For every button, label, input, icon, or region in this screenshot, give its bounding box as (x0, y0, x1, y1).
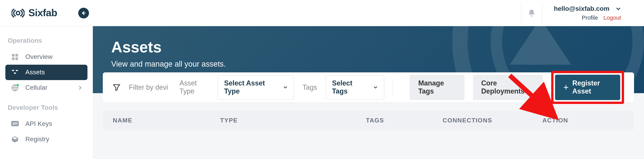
col-name: NAME (113, 117, 220, 124)
svg-rect-3 (15, 54, 18, 57)
filter-input[interactable] (129, 83, 171, 92)
sidebar-item-label: Cellular (25, 84, 47, 92)
svg-rect-4 (12, 57, 14, 60)
notifications-button[interactable] (521, 2, 542, 24)
logout-link[interactable]: Logout (603, 14, 621, 21)
globe-icon (11, 84, 19, 92)
manage-tags-button[interactable]: Manage Tags (410, 75, 464, 100)
col-connections: CONNECTIONS (443, 117, 542, 124)
profile-link[interactable]: Profile (582, 14, 598, 21)
back-button[interactable] (78, 8, 89, 18)
toolbar: Asset Type Select Asset Type Tags Select… (103, 72, 634, 102)
col-type: TYPE (220, 117, 366, 124)
sidebar-item-label: Registry (25, 135, 49, 143)
logo-icon (12, 8, 24, 18)
sidebar-item-assets[interactable]: Assets (5, 65, 88, 80)
tags-select[interactable]: Select Tags (326, 75, 384, 100)
sidebar: Operations Overview Assets Cellular (0, 26, 93, 159)
svg-text:API: API (12, 122, 18, 125)
sidebar-item-apikeys[interactable]: API API Keys (5, 116, 88, 132)
svg-rect-5 (15, 57, 18, 60)
sidebar-item-label: Overview (25, 53, 52, 61)
logo-text: Sixfab (28, 7, 57, 19)
table-header: NAME TYPE TAGS CONNECTIONS ACTION (103, 111, 634, 130)
sidebar-section-devtools: Developer Tools (5, 101, 88, 116)
grid-icon (11, 53, 19, 60)
user-menu[interactable]: hello@sixfab.com Profile Logout (542, 0, 632, 26)
user-email: hello@sixfab.com (554, 5, 610, 13)
app-header: Sixfab hello@sixfab.com Profile Logout (0, 0, 644, 26)
cubes-icon (11, 69, 19, 76)
sidebar-item-label: Assets (25, 68, 45, 76)
asset-type-label: Asset Type (180, 79, 209, 96)
asset-type-select[interactable]: Select Asset Type (218, 75, 294, 100)
filter-icon (113, 84, 120, 91)
api-icon: API (11, 121, 19, 127)
logo[interactable]: Sixfab (12, 7, 57, 19)
svg-point-0 (16, 11, 20, 15)
sidebar-item-cellular[interactable]: Cellular (5, 80, 88, 96)
annotation-highlight: Register Asset (551, 71, 624, 104)
main-content: Assets View and manage all your assets. … (93, 26, 644, 159)
col-tags: TAGS (366, 117, 443, 124)
register-asset-button[interactable]: Register Asset (555, 75, 620, 100)
tags-label: Tags (302, 83, 317, 92)
chevron-down-icon (373, 85, 378, 90)
chevron-down-icon (283, 85, 288, 90)
core-deployments-button[interactable]: Core Deployments (473, 75, 543, 100)
box-icon (11, 136, 19, 143)
sidebar-item-label: API Keys (25, 120, 52, 128)
sidebar-item-overview[interactable]: Overview (5, 49, 88, 65)
divider (392, 80, 393, 95)
sidebar-item-registry[interactable]: Registry (5, 132, 88, 147)
sidebar-section-operations: Operations (5, 34, 88, 49)
svg-rect-2 (12, 54, 14, 57)
chevron-right-icon (78, 86, 82, 90)
plus-icon (564, 84, 568, 91)
chevron-down-icon (616, 6, 621, 12)
bell-icon (528, 9, 536, 17)
col-action: ACTION (542, 117, 568, 124)
